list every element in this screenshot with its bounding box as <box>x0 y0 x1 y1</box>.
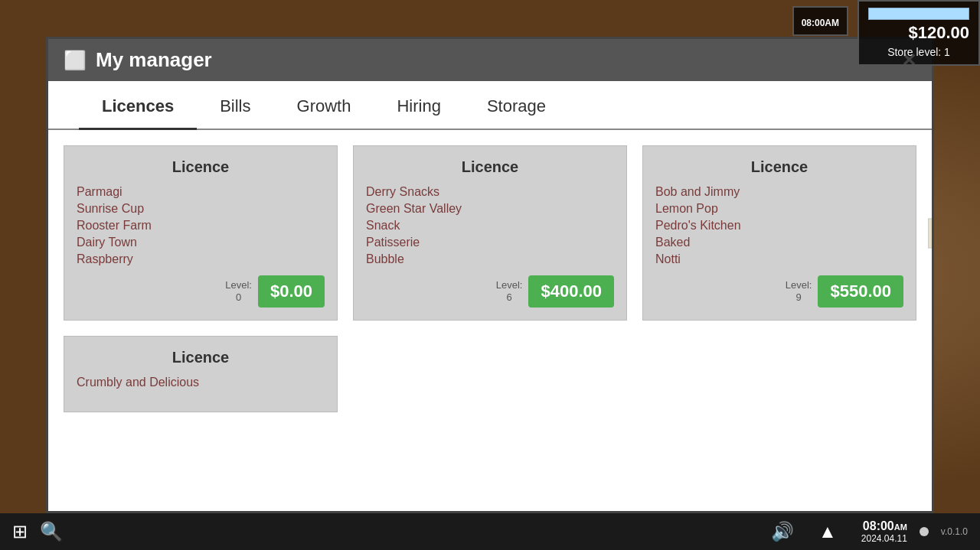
card-4-item-1: Crumbly and Delicious <box>77 376 325 389</box>
licence-card-4: Licence Crumbly and Delicious <box>64 336 338 412</box>
card-1-item-2: Sunrise Cup <box>77 202 325 216</box>
card-1-item-5: Raspberry <box>77 252 325 266</box>
card-3-item-3: Pedro's Kitchen <box>655 219 903 233</box>
card-2-item-1: Derry Snacks <box>366 185 614 199</box>
taskbar-dot <box>920 527 929 536</box>
card-2-level: Level:6 <box>496 279 523 303</box>
hud-store-level: Store level: 1 <box>887 46 950 58</box>
tab-bills[interactable]: Bills <box>197 81 273 129</box>
licence-card-1: Licence Parmagi Sunrise Cup Rooster Farm… <box>64 145 338 321</box>
hud-time-display: 08:00AM <box>792 6 848 36</box>
tab-hiring[interactable]: Hiring <box>374 81 463 129</box>
taskbar-time-block: 08:00AM 2024.04.11 <box>861 519 907 545</box>
exit-tooltip: Exit <box>928 218 932 248</box>
licence-card-2: Licence Derry Snacks Green Star Valley S… <box>353 145 627 321</box>
licence-card-3: Licence Bob and Jimmy Lemon Pop Pedro's … <box>642 145 916 321</box>
card-2-item-3: Snack <box>366 219 614 233</box>
card-2-item-2: Green Star Valley <box>366 202 614 216</box>
hud-panel: $120.00 Store level: 1 <box>858 0 980 66</box>
taskbar-date: 2024.04.11 <box>861 533 907 544</box>
card-1-price[interactable]: $0.00 <box>258 275 325 308</box>
card-3-level: Level:9 <box>786 279 812 303</box>
monitor-icon: ⬜ <box>64 50 87 71</box>
tab-storage[interactable]: Storage <box>464 81 569 129</box>
card-1-item-4: Dairy Town <box>77 236 325 249</box>
card-1-item-3: Rooster Farm <box>77 219 325 233</box>
taskbar-time-suffix: AM <box>894 522 907 532</box>
taskbar-grid-icon[interactable]: ⊞ <box>12 521 28 542</box>
card-1-level: Level:0 <box>225 279 252 303</box>
cards-area: Licence Parmagi Sunrise Cup Rooster Farm… <box>48 130 932 511</box>
window-title: My manager <box>96 48 212 72</box>
hud-time-suffix: AM <box>825 18 839 28</box>
cards-grid: Licence Parmagi Sunrise Cup Rooster Farm… <box>64 145 916 412</box>
card-2-title: Licence <box>366 158 614 176</box>
main-window: ⬜ My manager ✕ Licences Bills Growth Hir… <box>46 37 934 513</box>
card-2-footer: Level:6 $400.00 <box>366 275 614 308</box>
tab-growth[interactable]: Growth <box>274 81 374 129</box>
taskbar-wifi-icon: ▲ <box>818 521 837 542</box>
card-1-title: Licence <box>77 158 325 176</box>
card-3-item-5: Notti <box>655 252 903 266</box>
title-bar-left: ⬜ My manager <box>64 48 212 72</box>
taskbar-time-value: 08:00 <box>863 519 894 532</box>
taskbar-sound-icon[interactable]: 🔊 <box>771 521 794 542</box>
card-2-item-4: Patisserie <box>366 236 614 249</box>
hud-time-value: 08:00 <box>802 18 825 28</box>
hud-progress-bar <box>868 8 969 20</box>
tab-bar: Licences Bills Growth Hiring Storage <box>48 81 932 130</box>
card-2-price[interactable]: $400.00 <box>528 275 614 308</box>
taskbar-right: 🔊 ▲ 08:00AM 2024.04.11 v.0.1.0 <box>771 519 968 545</box>
version-text: v.0.1.0 <box>941 526 968 537</box>
taskbar-time: 08:00AM <box>863 519 907 533</box>
taskbar: ⊞ 🔍 🔊 ▲ 08:00AM 2024.04.11 v.0.1.0 <box>0 513 980 550</box>
card-3-item-1: Bob and Jimmy <box>655 185 903 199</box>
card-3-title: Licence <box>655 158 903 176</box>
card-3-item-2: Lemon Pop <box>655 202 903 216</box>
card-4-title: Licence <box>77 349 325 366</box>
card-1-footer: Level:0 $0.00 <box>77 275 325 308</box>
card-3-footer: Level:9 $550.00 <box>655 275 903 308</box>
content-area: Licences Bills Growth Hiring Storage Lic… <box>48 81 932 511</box>
card-3-price[interactable]: $550.00 <box>818 275 903 308</box>
card-1-item-1: Parmagi <box>77 185 325 199</box>
taskbar-search-icon[interactable]: 🔍 <box>40 521 63 542</box>
tab-licences[interactable]: Licences <box>79 81 197 129</box>
title-bar: ⬜ My manager ✕ <box>48 39 932 81</box>
card-2-item-5: Bubble <box>366 252 614 266</box>
card-3-item-4: Baked <box>655 236 903 249</box>
hud-money: $120.00 <box>908 23 969 43</box>
